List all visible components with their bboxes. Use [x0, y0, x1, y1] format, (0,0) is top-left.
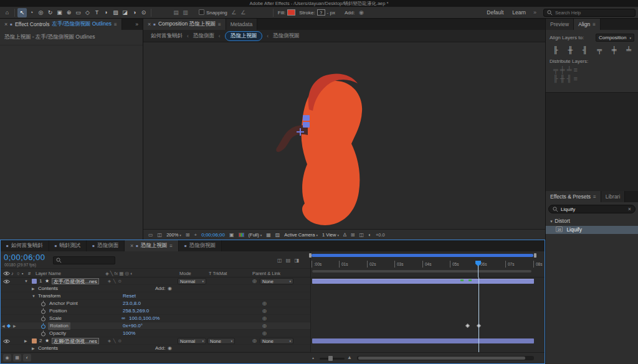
help-search-field[interactable]: Search Help: [543, 9, 636, 17]
split-view-icon[interactable]: ◫: [158, 232, 163, 238]
group-twirl-icon[interactable]: ▶: [32, 345, 35, 352]
clear-search-icon[interactable]: ×: [628, 206, 631, 212]
timeline-tab[interactable]: ■恐龍側面: [87, 240, 125, 251]
tab-composition[interactable]: × ■ Composition 恐龍上視圖 ≡: [143, 19, 226, 30]
pan-behind-tool-icon[interactable]: ⊕: [64, 8, 74, 17]
exposure-value[interactable]: +0.0: [376, 232, 385, 238]
tab-align[interactable]: Align ≡: [574, 19, 601, 30]
workspace-default[interactable]: Default: [482, 9, 508, 16]
layer-twirl-icon[interactable]: ▼: [24, 278, 28, 285]
zoom-slider-thumb[interactable]: [328, 356, 333, 361]
align-top-button[interactable]: ╤: [597, 46, 602, 54]
layer-row[interactable]: ▼ 1 ★ 左手/恐龍側視...nes ◈ ╲ ⊙ Normal▾ ◎ None…: [1, 278, 310, 285]
breadcrumb-item[interactable]: 恐龍側面: [193, 32, 214, 40]
constrain-link-icon[interactable]: ∞: [121, 315, 125, 322]
timeline-tab[interactable]: ■蝸斜測試: [49, 240, 87, 251]
grid-guides-icon[interactable]: ⊞: [186, 232, 190, 238]
channel-color-icon[interactable]: [239, 233, 244, 237]
crosshair-icon[interactable]: +: [194, 232, 198, 238]
fill-swatch[interactable]: [287, 9, 295, 16]
timeline-horizontal-scrollbar[interactable]: [357, 356, 534, 360]
zoom-tool-icon[interactable]: ◎: [36, 8, 45, 17]
stroke-swatch[interactable]: ?: [317, 9, 325, 16]
camera-tool-icon[interactable]: ▣: [55, 8, 64, 17]
property-pickwhip-icon[interactable]: ◎: [262, 300, 267, 307]
effect-item-liquify[interactable]: 16 Liquify: [546, 226, 638, 234]
stopwatch-icon[interactable]: [40, 315, 46, 322]
snapshot-icon[interactable]: ▣: [229, 232, 234, 238]
previous-keyframe-icon[interactable]: ◀: [2, 322, 5, 330]
add-keyframe-icon[interactable]: ◆: [7, 322, 11, 330]
pen-tool-icon[interactable]: ◇: [83, 8, 92, 17]
property-value[interactable]: 0x+90.0°: [123, 322, 143, 330]
zoom-out-icon[interactable]: ▴: [312, 355, 314, 360]
orbit-tool-icon[interactable]: ↻: [45, 8, 55, 17]
panel-overflow-icon[interactable]: »: [131, 19, 143, 30]
home-icon[interactable]: ⌂: [2, 8, 12, 17]
parent-pickwhip-icon[interactable]: ◎: [252, 337, 257, 345]
layer-name[interactable]: 左腳/恐龍側視...nes: [52, 338, 99, 344]
contents-label[interactable]: Contents: [38, 345, 58, 352]
add-menu-icon[interactable]: ◉: [356, 8, 366, 17]
effects-search-value[interactable]: Liquify: [561, 207, 626, 212]
property-value[interactable]: 100%: [123, 330, 135, 337]
layer-color-chip[interactable]: [32, 338, 37, 343]
layer-duration-bar[interactable]: [312, 279, 534, 284]
panel-menu-icon[interactable]: ≡: [114, 22, 117, 27]
panel-menu-icon[interactable]: ≡: [218, 22, 221, 27]
align-right-button[interactable]: ╢: [583, 46, 588, 54]
timeline-comp-icon[interactable]: ◫: [359, 232, 364, 238]
contents-label[interactable]: Contents: [38, 285, 58, 292]
snapping-checkbox[interactable]: [199, 9, 204, 15]
selection-tool-icon[interactable]: ↖: [17, 8, 27, 17]
breadcrumb-item-current[interactable]: 恐龍上視圖: [225, 31, 263, 41]
layer-switches-icons[interactable]: ◈ ╲ ⊙: [108, 278, 122, 285]
transparency-grid-icon[interactable]: ▨: [275, 232, 280, 238]
property-value[interactable]: 258.5,269.0: [123, 307, 149, 315]
navigator-end-handle[interactable]: [534, 253, 536, 258]
layer-color-chip[interactable]: [32, 279, 37, 284]
distribute-buttons-row2[interactable]: ╟ ╫ ╢ ≡: [546, 75, 638, 82]
work-area-bar[interactable]: [312, 270, 531, 273]
close-tab-icon[interactable]: ×: [148, 21, 151, 27]
effects-category-distort[interactable]: ▼ Distort: [546, 217, 638, 225]
align-vcenter-button[interactable]: ╪: [612, 46, 617, 54]
breadcrumb-item[interactable]: 如何當隻蝸斜: [151, 32, 183, 40]
view-layout-dropdown[interactable]: 1 View▾: [322, 232, 339, 238]
toggle-shy-button[interactable]: ◉: [3, 354, 11, 362]
snapping-toggle[interactable]: Snapping: [199, 9, 227, 16]
twirl-open-icon[interactable]: ▼: [550, 220, 553, 223]
clone-stamp-tool-icon[interactable]: ▨: [111, 8, 120, 17]
comp-mini-buttons[interactable]: ◫ ▤ ◨: [277, 258, 300, 263]
stopwatch-icon[interactable]: [40, 301, 46, 307]
magnification-dropdown[interactable]: 200%▾: [166, 232, 181, 238]
close-tab-icon[interactable]: ×: [4, 21, 7, 27]
puppet-pin-tool-icon[interactable]: ⊙: [139, 8, 148, 17]
property-value[interactable]: 100.0,100.0%: [129, 315, 160, 322]
reset-link[interactable]: Reset: [123, 292, 136, 300]
navigator-start-handle[interactable]: [309, 253, 312, 258]
dinosaur-artwork[interactable]: [143, 42, 545, 229]
camera-dropdown[interactable]: Active Camera▾: [284, 232, 318, 238]
property-label-selected[interactable]: Rotation: [48, 322, 70, 330]
eraser-tool-icon[interactable]: ◪: [120, 8, 130, 17]
track-matte-dropdown[interactable]: None▾: [207, 338, 235, 344]
brush-tool-icon[interactable]: ◗: [102, 8, 111, 17]
contents-group-row[interactable]: ▶ Contents Add: ◉: [1, 345, 310, 352]
group-twirl-icon[interactable]: ▼: [32, 292, 36, 300]
panel-menu-icon[interactable]: ≡: [593, 22, 596, 27]
workspace-panel-icon[interactable]: ▥: [181, 8, 190, 17]
parent-column-header[interactable]: Parent & Link: [252, 269, 280, 278]
tab-effect-controls[interactable]: × ■ Effect Controls 左手/恐龍側視圖 Outlines ≡: [0, 19, 122, 30]
transform-group-row[interactable]: ▼ Transform Reset: [1, 292, 310, 300]
toggle-frame-blend-button[interactable]: ▦: [13, 354, 21, 362]
exposure-icon[interactable]: ◐: [368, 232, 371, 238]
add-menu-icon[interactable]: ◉: [168, 285, 172, 292]
align-hcenter-button[interactable]: ╫: [568, 46, 573, 54]
fast-previews-icon[interactable]: ⊞: [351, 232, 355, 238]
layer-duration-bar[interactable]: [312, 338, 534, 343]
property-row-position[interactable]: Position 258.5,269.0 ◎: [1, 307, 310, 315]
playhead-line[interactable]: [478, 278, 479, 352]
eye-icon[interactable]: [3, 279, 10, 284]
transform-label[interactable]: Transform: [38, 292, 60, 300]
